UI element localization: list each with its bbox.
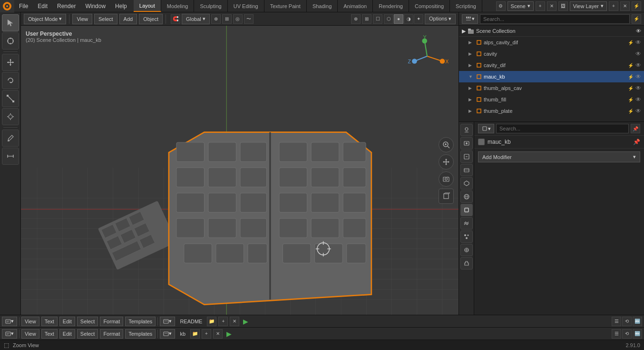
- tool-cursor[interactable]: [2, 32, 19, 50]
- xray-btn[interactable]: ☐: [373, 14, 382, 24]
- bar2-view[interactable]: View: [21, 329, 39, 339]
- snap-btn[interactable]: ⊞: [222, 14, 232, 24]
- viewlayer-add-btn[interactable]: +: [609, 1, 618, 11]
- bar1-edit[interactable]: Edit: [59, 317, 75, 326]
- bar2-select[interactable]: Select: [77, 329, 98, 339]
- scene-icon-btn[interactable]: ⚙: [496, 1, 506, 11]
- proportional-type-btn[interactable]: 〜: [244, 14, 254, 24]
- bar2-templates[interactable]: Templates: [125, 329, 156, 339]
- tool-annotate[interactable]: [2, 130, 19, 147]
- outliner-filter-btn[interactable]: ⚡: [632, 14, 641, 24]
- viewport-overlay-btn[interactable]: ⊞: [362, 14, 371, 24]
- prop-constraints-btn[interactable]: [460, 257, 473, 270]
- scene-remove-btn[interactable]: ✕: [547, 1, 556, 11]
- outliner-editor-type[interactable]: ▾: [462, 14, 478, 24]
- workspace-tab-layout[interactable]: Layout: [134, 0, 161, 12]
- menu-file[interactable]: File: [14, 0, 33, 12]
- menu-render[interactable]: Render: [52, 0, 80, 12]
- bar1-syntax-btn[interactable]: 🔤: [633, 317, 642, 326]
- rendered-btn[interactable]: ✦: [414, 14, 423, 24]
- tool-move[interactable]: [2, 54, 19, 71]
- bar2-open-btn[interactable]: 📁: [190, 329, 200, 339]
- item-visibility[interactable]: 👁: [635, 108, 641, 114]
- prop-search[interactable]: [496, 124, 629, 133]
- workspace-tab-texture-paint[interactable]: Texture Paint: [264, 0, 307, 12]
- outliner-item-thumb-fill[interactable]: ▶ thumb_fill ⚡ 👁: [459, 94, 644, 105]
- bar1-text-type-btn[interactable]: ▾: [160, 317, 175, 326]
- bar2-syntax-btn[interactable]: 🔤: [633, 329, 642, 339]
- bar1-select[interactable]: Select: [77, 317, 98, 326]
- prop-view-layer-btn[interactable]: [460, 164, 473, 176]
- viewlayer-icon-btn[interactable]: 🖼: [558, 1, 568, 11]
- bar1-close-btn[interactable]: ✕: [230, 317, 239, 326]
- bar2-close-btn[interactable]: ✕: [213, 329, 223, 339]
- pivot-point-btn[interactable]: ⊕: [211, 14, 221, 24]
- tool-transform[interactable]: [2, 108, 19, 125]
- workspace-tab-rendering[interactable]: Rendering: [373, 0, 409, 12]
- bar1-view[interactable]: View: [21, 317, 39, 326]
- prop-modifier-btn[interactable]: [460, 217, 473, 230]
- filter-btn[interactable]: ⚡: [632, 1, 641, 11]
- camera-btn[interactable]: [439, 171, 454, 187]
- ortho-toggle-btn[interactable]: [439, 189, 454, 204]
- pin-icon[interactable]: 📌: [633, 139, 640, 145]
- pan-btn[interactable]: [439, 154, 454, 170]
- item-visibility[interactable]: 👁: [635, 50, 641, 57]
- bar1-lines-btn[interactable]: ☰: [612, 317, 621, 326]
- outliner-item-thumb-alps[interactable]: ▶ thumb_alps_cav ⚡ 👁: [459, 82, 644, 94]
- prop-scene-props-btn[interactable]: [460, 177, 473, 190]
- prop-particles-btn[interactable]: [460, 230, 473, 243]
- bar1-open-btn[interactable]: 📁: [207, 317, 216, 326]
- bar2-editor-type[interactable]: ▾: [2, 329, 17, 339]
- outliner-item-cavity-dif[interactable]: ▶ cavity_dif ⚡ 👁: [459, 60, 644, 71]
- prop-object-btn[interactable]: [460, 204, 473, 216]
- scene-add-btn[interactable]: +: [536, 1, 545, 11]
- bar2-wrap-btn[interactable]: ⟲: [622, 329, 632, 339]
- tool-rotate[interactable]: [2, 72, 19, 89]
- prop-output-btn[interactable]: [460, 150, 473, 163]
- outliner-item-thumb-plate[interactable]: ▶ thumb_plate ⚡ 👁: [459, 105, 644, 117]
- solid-btn[interactable]: ●: [394, 14, 403, 24]
- bar1-text[interactable]: Text: [41, 317, 58, 326]
- workspace-tab-compositing[interactable]: Compositing: [409, 0, 450, 12]
- prop-physics-btn[interactable]: [460, 244, 473, 256]
- add-menu[interactable]: Add: [119, 14, 137, 24]
- transform-snap-icon[interactable]: 🧲: [171, 14, 180, 24]
- prop-render-btn[interactable]: [460, 137, 473, 150]
- tool-measure[interactable]: [2, 148, 19, 165]
- menu-edit[interactable]: Edit: [33, 0, 52, 12]
- menu-window[interactable]: Window: [80, 0, 110, 12]
- item-visibility[interactable]: 👁: [635, 96, 641, 103]
- object-mode-btn[interactable]: Object Mode ▾: [24, 14, 66, 24]
- bar1-new-btn[interactable]: +: [218, 317, 228, 326]
- bar2-format[interactable]: Format: [100, 329, 123, 339]
- outliner-item-cavity[interactable]: ▶ cavity 👁: [459, 48, 644, 60]
- tool-scale[interactable]: [2, 90, 19, 107]
- workspace-tab-scripting[interactable]: Scripting: [450, 0, 482, 12]
- menu-help[interactable]: Help: [110, 0, 132, 12]
- viewport-gizmo-btn[interactable]: ⊕: [351, 14, 361, 24]
- zoom-in-btn[interactable]: [439, 137, 454, 152]
- item-visibility[interactable]: 👁: [635, 85, 641, 91]
- workspace-tab-sculpting[interactable]: Sculpting: [194, 0, 227, 12]
- viewport-3d[interactable]: X Y Z User Perspective (20) Scene Collec…: [21, 26, 459, 315]
- prop-editor-type[interactable]: ▾: [478, 124, 494, 133]
- outliner-search[interactable]: [480, 14, 630, 24]
- bar2-edit[interactable]: Edit: [59, 329, 75, 339]
- outliner-item-alps[interactable]: ▶ alps_cavity_dif ⚡ 👁: [459, 37, 644, 48]
- bar2-play-btn[interactable]: ▶: [224, 330, 234, 338]
- bar1-editor-type[interactable]: ▾: [2, 317, 17, 326]
- options-btn[interactable]: Options ▾: [425, 14, 456, 24]
- item-visibility[interactable]: 👁: [635, 73, 641, 80]
- prop-scene-btn[interactable]: [460, 124, 473, 136]
- item-visibility[interactable]: 👁: [635, 62, 641, 69]
- viewlayer-selector[interactable]: View Layer ▾: [570, 1, 607, 11]
- transform-orientation[interactable]: Global ▾: [182, 14, 210, 24]
- bar1-templates[interactable]: Templates: [125, 317, 156, 326]
- bar2-lines-btn[interactable]: ☰: [612, 329, 621, 339]
- object-menu[interactable]: Object: [139, 14, 163, 24]
- item-visibility[interactable]: 👁: [635, 39, 641, 46]
- prop-pin-btn[interactable]: 📌: [631, 124, 640, 133]
- bar1-format[interactable]: Format: [100, 317, 123, 326]
- workspace-tab-uv-editing[interactable]: UV Editing: [228, 0, 264, 12]
